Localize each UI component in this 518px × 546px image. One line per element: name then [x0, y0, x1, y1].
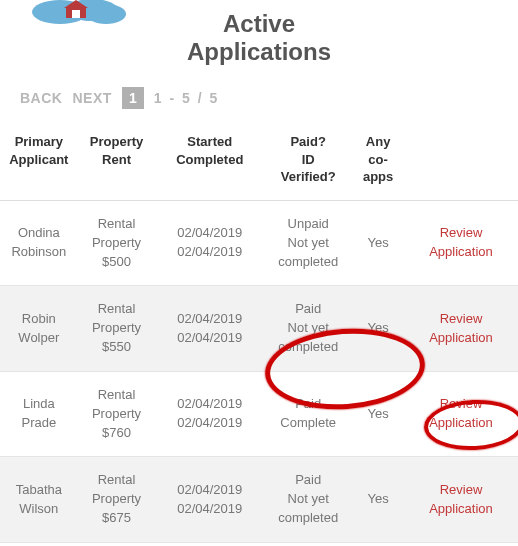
- title-line2: Applications: [187, 38, 331, 65]
- col-header-property: Property Rent: [78, 123, 156, 200]
- logo-icon: [20, 0, 130, 35]
- cell-action: ReviewApplication: [404, 542, 518, 546]
- page-header: Active Applications: [0, 0, 518, 73]
- col-header-started: Started Completed: [155, 123, 264, 200]
- pagination-page-1[interactable]: 1: [122, 87, 144, 109]
- cell-started: 02/04/201902/04/2019: [155, 200, 264, 286]
- cell-applicant: TabathaWilson: [0, 457, 78, 543]
- cell-paid: PaidComplete: [264, 371, 352, 457]
- cell-action: ReviewApplication: [404, 457, 518, 543]
- cell-coapps: Yes: [352, 457, 404, 543]
- pagination-next[interactable]: NEXT: [72, 90, 111, 106]
- cell-coapps: Yes: [352, 200, 404, 286]
- review-application-link[interactable]: ReviewApplication: [429, 482, 493, 516]
- cell-started: 02/04/201902/04/2019: [155, 286, 264, 372]
- cell-started: 02/04/201902/04/2019: [155, 371, 264, 457]
- cell-property: RentalProperty$760: [78, 371, 156, 457]
- cell-applicant: AngelaApp: [0, 542, 78, 546]
- cell-paid: PaidNot yetcompleted: [264, 286, 352, 372]
- col-header-coapps: Any co- apps: [352, 123, 404, 200]
- cell-applicant: OndinaRobinson: [0, 200, 78, 286]
- table-row: OndinaRobinsonRentalProperty$50002/04/20…: [0, 200, 518, 286]
- cell-coapps: Yes: [352, 286, 404, 372]
- review-application-link[interactable]: ReviewApplication: [429, 311, 493, 345]
- svg-point-2: [86, 4, 126, 24]
- cell-applicant: LindaPrade: [0, 371, 78, 457]
- table-row: AngelaAppRentalProperty$1,10002/04/2019U…: [0, 542, 518, 546]
- table-row: TabathaWilsonRentalProperty$67502/04/201…: [0, 457, 518, 543]
- cell-action: ReviewApplication: [404, 371, 518, 457]
- col-header-action: [404, 123, 518, 200]
- review-application-link[interactable]: ReviewApplication: [429, 225, 493, 259]
- pagination-range: 1 - 5 / 5: [154, 90, 219, 106]
- col-header-applicant: Primary Applicant: [0, 123, 78, 200]
- svg-rect-3: [72, 10, 80, 18]
- cell-coapps: No: [352, 542, 404, 546]
- pagination-bar: BACK NEXT 1 1 - 5 / 5: [0, 73, 518, 123]
- cell-paid: PaidNot yetcompleted: [264, 457, 352, 543]
- cell-paid: UnpaidNot yetcompleted: [264, 542, 352, 546]
- title-line1: Active: [223, 10, 295, 37]
- pagination-back[interactable]: BACK: [20, 90, 62, 106]
- applications-table: Primary Applicant Property Rent Started …: [0, 123, 518, 546]
- table-row: RobinWolperRentalProperty$55002/04/20190…: [0, 286, 518, 372]
- cell-applicant: RobinWolper: [0, 286, 78, 372]
- cell-property: RentalProperty$675: [78, 457, 156, 543]
- cell-property: RentalProperty$500: [78, 200, 156, 286]
- cell-started: 02/04/2019: [155, 542, 264, 546]
- col-header-paid: Paid? ID Verified?: [264, 123, 352, 200]
- cell-coapps: Yes: [352, 371, 404, 457]
- cell-started: 02/04/201902/04/2019: [155, 457, 264, 543]
- cell-action: ReviewApplication: [404, 200, 518, 286]
- cell-paid: UnpaidNot yetcompleted: [264, 200, 352, 286]
- cell-property: RentalProperty$1,100: [78, 542, 156, 546]
- table-header-row: Primary Applicant Property Rent Started …: [0, 123, 518, 200]
- cell-action: ReviewApplication: [404, 286, 518, 372]
- review-application-link[interactable]: ReviewApplication: [429, 396, 493, 430]
- cell-property: RentalProperty$550: [78, 286, 156, 372]
- table-row: LindaPradeRentalProperty$76002/04/201902…: [0, 371, 518, 457]
